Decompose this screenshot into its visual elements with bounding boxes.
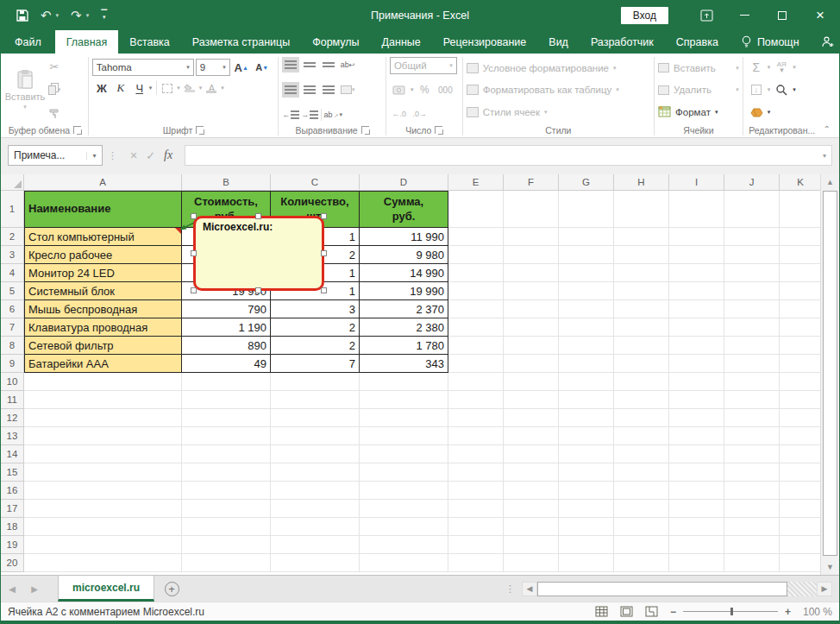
insert-cells-button[interactable]: Вставить▾ (658, 59, 739, 77)
row-header-19[interactable]: 19 (1, 536, 24, 554)
tab-page-layout[interactable]: Разметка страницы (181, 30, 301, 54)
tab-share[interactable]: Поделиться (811, 30, 840, 54)
row-header-12[interactable]: 12 (1, 409, 24, 427)
cell-H14[interactable] (614, 445, 669, 463)
cell-C13[interactable] (271, 427, 360, 445)
cell-E8[interactable] (448, 337, 504, 355)
font-dialog-launcher-icon[interactable] (196, 126, 204, 134)
cell-K5[interactable] (780, 282, 822, 300)
cell-H9[interactable] (614, 355, 669, 373)
undo-icon[interactable]: ↶ (41, 8, 52, 23)
row-header-13[interactable]: 13 (1, 427, 24, 445)
cell-G1[interactable] (559, 191, 614, 228)
cell-D1[interactable]: Сумма, руб. (360, 191, 448, 228)
cell-F8[interactable] (504, 337, 559, 355)
name-box-dropdown-icon[interactable]: ▾ (86, 152, 102, 160)
cell-F17[interactable] (504, 500, 559, 518)
cell-G7[interactable] (559, 318, 614, 337)
cell-H2[interactable] (614, 228, 669, 246)
cell-H8[interactable] (614, 337, 669, 355)
scroll-down-icon[interactable]: ▼ (821, 559, 839, 575)
cell-B14[interactable] (182, 445, 271, 463)
cell-G2[interactable] (559, 228, 614, 246)
borders-icon[interactable] (158, 79, 177, 97)
comment-handle-n[interactable] (255, 213, 261, 219)
cell-C17[interactable] (271, 500, 360, 518)
cell-D16[interactable] (360, 482, 448, 500)
cell-F4[interactable] (504, 264, 559, 282)
cell-I19[interactable] (669, 536, 724, 554)
cell-H7[interactable] (614, 318, 669, 337)
cell-C10[interactable] (271, 373, 360, 391)
cell-C19[interactable] (271, 536, 360, 554)
cell-F1[interactable] (504, 191, 559, 228)
close-button[interactable]: × (801, 0, 839, 30)
cell-A17[interactable] (24, 500, 182, 518)
row-header-2[interactable]: 2 (1, 228, 24, 246)
cell-J7[interactable] (724, 318, 780, 337)
row-header-14[interactable]: 14 (1, 445, 24, 463)
zoom-slider-thumb[interactable] (730, 608, 733, 615)
alignment-dialog-launcher-icon[interactable] (361, 126, 369, 134)
cell-J13[interactable] (724, 427, 780, 445)
font-size-select[interactable]: 9▾ (196, 59, 230, 76)
align-right-icon[interactable] (320, 82, 337, 98)
scroll-left-icon[interactable]: ◀ (522, 582, 537, 596)
cell-C12[interactable] (271, 409, 360, 427)
cell-D5[interactable]: 19 990 (360, 282, 448, 300)
comment-handle-e[interactable] (321, 250, 327, 256)
row-header-18[interactable]: 18 (1, 518, 24, 536)
cell-A15[interactable] (24, 463, 182, 482)
cell-D14[interactable] (360, 445, 448, 463)
cell-E11[interactable] (448, 391, 504, 409)
font-color-dropdown-icon[interactable]: ▾ (221, 85, 224, 91)
cell-H10[interactable] (614, 373, 669, 391)
cell-F5[interactable] (504, 282, 559, 300)
tab-file[interactable]: Файл (1, 30, 55, 54)
cell-B12[interactable] (182, 409, 271, 427)
cell-I6[interactable] (669, 300, 724, 318)
row-header-10[interactable]: 10 (1, 373, 24, 391)
horizontal-scrollbar[interactable]: ◀ ▶ (522, 579, 832, 598)
tab-view[interactable]: Вид (537, 30, 580, 54)
page-break-view-icon[interactable] (645, 606, 658, 617)
cell-I13[interactable] (669, 427, 724, 445)
cell-F14[interactable] (504, 445, 559, 463)
cell-E15[interactable] (448, 463, 504, 482)
cell-E7[interactable] (448, 318, 504, 337)
cell-D12[interactable] (360, 409, 448, 427)
cell-I18[interactable] (669, 518, 724, 536)
cell-G15[interactable] (559, 463, 614, 482)
cell-E20[interactable] (448, 554, 504, 572)
cell-C20[interactable] (271, 554, 360, 572)
cell-D10[interactable] (360, 373, 448, 391)
column-header-I[interactable]: I (669, 174, 724, 191)
column-header-A[interactable]: A (24, 174, 182, 191)
cell-C11[interactable] (271, 391, 360, 409)
cell-A20[interactable] (24, 554, 182, 572)
prev-sheet-icon[interactable]: ◀ (1, 576, 23, 602)
cell-F2[interactable] (504, 228, 559, 246)
name-box[interactable]: Примеча... ▾ (8, 145, 103, 166)
cell-A19[interactable] (24, 536, 182, 554)
cell-I11[interactable] (669, 391, 724, 409)
autosum-icon[interactable]: Σ (747, 59, 766, 76)
row-header-8[interactable]: 8 (1, 337, 24, 355)
cell-H18[interactable] (614, 518, 669, 536)
cell-A13[interactable] (24, 427, 182, 445)
decrease-decimal-icon[interactable]: .0→ (411, 105, 429, 123)
cell-I7[interactable] (669, 318, 724, 337)
align-bottom-icon[interactable] (320, 57, 337, 72)
comment-handle-s[interactable] (255, 287, 261, 293)
cell-E1[interactable] (448, 191, 504, 228)
cell-D13[interactable] (360, 427, 448, 445)
cell-C8[interactable]: 2 (271, 337, 360, 355)
cell-J18[interactable] (724, 518, 780, 536)
cell-K14[interactable] (780, 445, 822, 463)
cell-E5[interactable] (448, 282, 504, 300)
cell-I1[interactable] (669, 191, 724, 228)
column-header-K[interactable]: K (780, 174, 822, 191)
zoom-level[interactable]: 100 % (803, 606, 832, 618)
cell-G8[interactable] (559, 337, 614, 355)
accounting-format-icon[interactable] (390, 81, 409, 98)
